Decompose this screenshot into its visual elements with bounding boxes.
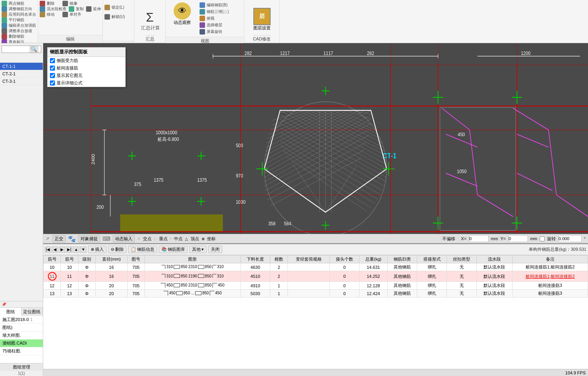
sidebar-search[interactable]: 🔍 <box>2 46 41 53</box>
cell-cutlen: 4510 <box>240 271 270 282</box>
drawing-item-4[interactable]: 75墙柱图. <box>0 347 43 355</box>
table-row[interactable]: 11 11 Φ 16 705 310 850 2190 <box>44 271 588 282</box>
edit-rebar-icon <box>200 2 205 8</box>
nav-last-btn[interactable]: ▶| <box>66 246 72 253</box>
rotate-checkbox[interactable] <box>540 236 545 241</box>
cp-item-3[interactable]: 显示详细公式 <box>48 79 125 87</box>
summary-calc-btn[interactable]: 汇总计算 <box>141 25 160 31</box>
flow-check-btn[interactable]: 流水段检查 <box>47 6 66 12</box>
cp-checkbox-3[interactable] <box>50 80 55 86</box>
svg-line-69 <box>267 110 330 139</box>
cell-flow: 默认流水段 <box>476 282 512 290</box>
drawing-manager-btn[interactable]: 图纸管理 <box>0 363 43 371</box>
move-btn[interactable]: 移动 <box>47 12 55 17</box>
col-count: 根数 <box>270 256 288 263</box>
rebar-table: 筋号 筋号 级别 直径(mm) 图号 图形 下料长度 根数 变径套筒规格 接头个… <box>43 255 588 298</box>
rebar-3d-btn[interactable]: 钢筋三维(△) <box>200 9 229 15</box>
x-input[interactable] <box>469 235 489 242</box>
lock-btn[interactable]: 锁定(L) <box>112 5 124 10</box>
ortho-arrow-icon: ↗ <box>46 236 49 241</box>
selected-row-indicator: 11 <box>48 272 57 281</box>
mirror-btn[interactable]: 镜像 <box>70 1 77 6</box>
svg-text:1200: 1200 <box>521 50 531 56</box>
mirror-icon <box>62 1 68 6</box>
extend-btn[interactable]: 延伸 <box>93 6 101 12</box>
drawing-item-2[interactable]: 墙大样图. <box>0 332 43 339</box>
rotate-input[interactable] <box>558 235 582 242</box>
sidebar-item-ct3-1[interactable]: CT-3-1 <box>0 78 43 85</box>
search-button[interactable]: 🔍 <box>29 46 38 53</box>
delete-btn[interactable]: 删除 <box>47 1 55 6</box>
layer-settings-btn[interactable]: 层 图层设置 <box>253 8 271 31</box>
cp-item-1[interactable]: 桩间连接筋 <box>48 64 125 72</box>
cell-cutlen: 5030 <box>240 290 270 298</box>
sidebar-item-ct1-1[interactable]: CT-1-1 <box>0 63 43 70</box>
drawing-item-0[interactable]: 施工图2018-0 1 <box>0 316 43 324</box>
insert-btn[interactable]: ⊕ 插入 <box>88 246 106 253</box>
others-btn[interactable]: 其他 ▾ <box>189 246 207 253</box>
drawing-item-3[interactable]: 酒销图.CADI <box>0 339 43 347</box>
y-input[interactable] <box>508 235 528 242</box>
cell-grade-no: 12 <box>61 282 78 290</box>
cell-weight: 12.128 <box>359 282 387 290</box>
delete-rebar-btn[interactable]: 删除钢筋 <box>9 34 24 39</box>
rebar-info-btn[interactable]: 📋 钢筋信息 <box>128 246 157 253</box>
table-row[interactable]: 13 13 Φ 20 705 450 850 ... 850 <box>44 290 588 298</box>
drawing-item-1[interactable]: 图纸) <box>0 324 43 332</box>
align-btn[interactable]: 单对齐 <box>70 12 81 17</box>
dynamic-input-btn[interactable]: 动态输入 <box>113 235 135 243</box>
edit-pile-cap-btn[interactable]: 编辑承台加强筋 <box>9 23 36 28</box>
svg-text:2400: 2400 <box>90 154 95 164</box>
cp-checkbox-2[interactable] <box>50 73 55 78</box>
search-input[interactable] <box>2 47 29 52</box>
select-floor-btn[interactable]: 选择楼层 <box>200 22 229 28</box>
copy-btn[interactable]: 复制 <box>76 6 84 12</box>
nav-prev-btn[interactable]: ◀ <box>52 246 58 253</box>
cell-note: 桩间连接筋3 <box>513 282 588 290</box>
two-point-rebar-btn[interactable]: 两点钢筋 <box>9 1 24 6</box>
cell-weight: 14.252 <box>359 271 387 282</box>
screen-rotate-btn[interactable]: 屏幕旋转 <box>200 29 229 35</box>
delete-row-btn[interactable]: ⊖ 删除 <box>108 246 126 253</box>
cp-checkbox-1[interactable] <box>50 66 55 71</box>
tab-drawings[interactable]: 图纸 <box>0 308 22 316</box>
cell-thread: 无 <box>447 263 477 271</box>
cell-lap: 绑扎 <box>417 263 447 271</box>
adjust-direction-btn[interactable]: 调整钢筋方向 <box>9 6 32 12</box>
adjust-slope-icon <box>2 28 7 34</box>
adjust-slope-btn[interactable]: 调整承台放坡 <box>9 28 32 34</box>
table-row[interactable]: 12 12 Φ 20 705 450 850 2310 850 <box>44 282 588 290</box>
delete-icon <box>40 1 45 6</box>
dynamic-observe-btn[interactable]: 👁 动态观察 <box>167 1 198 27</box>
svg-line-66 <box>266 110 347 151</box>
cell-shape: 450 850 ... 850 450 <box>145 290 240 298</box>
cell-shape: 310 850 2190 850 310 <box>145 271 240 282</box>
svg-line-111 <box>469 130 477 195</box>
sidebar-item-ct2-1[interactable]: CT-2-1 <box>0 70 43 78</box>
nav-buttons: |◀ ◀ ▶ ▶| ▲ ▼ <box>45 246 86 253</box>
parallel-rebar-btn[interactable]: 平行钢筋 <box>9 17 24 23</box>
cp-checkbox-0[interactable] <box>50 58 55 63</box>
rebar-library-btn[interactable]: 📚 钢筋图库 <box>159 246 188 253</box>
cell-no: 12 <box>44 282 61 290</box>
nav-next-btn[interactable]: ▶ <box>59 246 65 253</box>
group-label-edit: 编辑 <box>38 35 103 43</box>
svg-line-112 <box>478 195 513 217</box>
top-view-btn[interactable]: 俯视 <box>200 16 229 21</box>
cp-item-0[interactable]: 侧面受力筋 <box>48 57 125 64</box>
cell-grade: Φ <box>78 290 95 298</box>
unlock-btn[interactable]: 解锁(U) <box>112 14 125 20</box>
not-move-label: 不偏移 <box>442 236 455 242</box>
tab-locate[interactable]: 定位图纸 <box>22 308 43 316</box>
table-row[interactable]: 10 10 Φ 16 705 310 850 2310 850 <box>44 263 588 271</box>
apply-same-name-btn[interactable]: 应用到同名承台 <box>9 12 36 17</box>
nav-first-btn[interactable]: |◀ <box>45 246 51 253</box>
cp-item-2[interactable]: 显示其它图元 <box>48 72 125 79</box>
edit-rebar-btn[interactable]: 编辑钢筋(B) <box>200 2 229 8</box>
nav-down-btn[interactable]: ▼ <box>80 246 86 253</box>
svg-line-41 <box>298 110 387 156</box>
object-snap-btn[interactable]: 对象捕捉 <box>78 235 100 243</box>
nav-up-btn[interactable]: ▲ <box>73 246 79 253</box>
ortho-btn[interactable]: 正交 <box>52 235 66 243</box>
close-btn[interactable]: 关闭 <box>208 246 222 253</box>
